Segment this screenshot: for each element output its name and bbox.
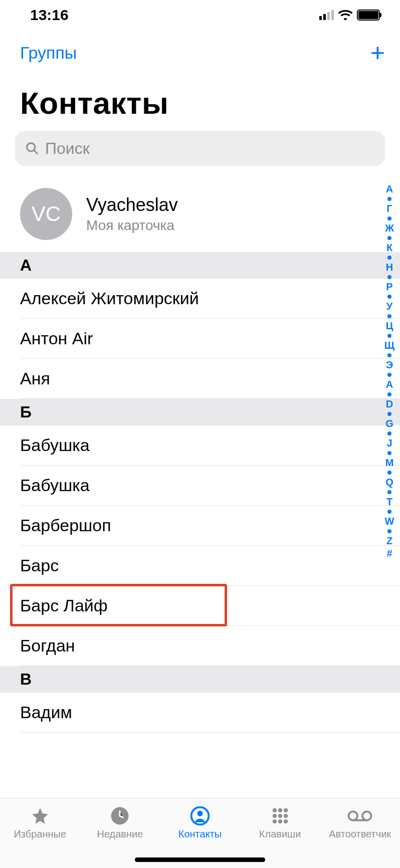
status-time: 13:16: [30, 7, 69, 24]
groups-button[interactable]: Группы: [20, 43, 77, 63]
tab-favorites[interactable]: Избранные: [0, 798, 80, 868]
index-dot[interactable]: [387, 197, 391, 201]
index-dot[interactable]: [387, 295, 391, 299]
search-placeholder: Поиск: [45, 139, 90, 158]
battery-icon: [357, 10, 380, 21]
index-letter[interactable]: T: [386, 496, 392, 508]
svg-point-14: [349, 811, 358, 820]
index-letter[interactable]: #: [386, 547, 392, 560]
svg-point-10: [284, 814, 288, 818]
index-letter[interactable]: Q: [385, 476, 393, 489]
index-letter[interactable]: К: [386, 242, 392, 254]
svg-point-11: [272, 819, 276, 823]
tab-label: Автоответчик: [329, 828, 391, 840]
contacts-list: ААлексей ЖитомирскийАнтон AirАняББабушка…: [0, 252, 400, 733]
search-input[interactable]: Поиск: [15, 131, 385, 166]
svg-line-1: [34, 150, 38, 154]
index-dot[interactable]: [387, 373, 391, 377]
index-dot[interactable]: [387, 490, 391, 494]
tab-label: Избранные: [14, 828, 66, 840]
index-letter[interactable]: А: [386, 183, 393, 195]
contact-row[interactable]: Барс: [20, 546, 400, 586]
my-card-subtitle: Моя карточка: [86, 218, 178, 234]
index-letter[interactable]: Z: [386, 535, 392, 547]
keypad-icon: [271, 805, 290, 826]
svg-point-8: [272, 814, 276, 818]
index-dot[interactable]: [387, 510, 391, 514]
contact-row[interactable]: Барбершоп: [20, 506, 400, 546]
index-dot[interactable]: [387, 216, 391, 221]
index-dot[interactable]: [387, 392, 391, 396]
index-letter[interactable]: J: [386, 437, 392, 450]
index-letter[interactable]: A: [386, 378, 393, 391]
index-letter[interactable]: D: [386, 398, 393, 410]
alphabet-index[interactable]: АГЖКНРУЦЩЭADGJMQTWZ#: [382, 183, 397, 783]
svg-point-5: [272, 808, 276, 812]
my-card-row[interactable]: VC Vyacheslav Моя карточка: [0, 176, 400, 252]
contact-row[interactable]: Богдан: [20, 626, 400, 666]
index-letter[interactable]: G: [385, 417, 393, 430]
svg-point-9: [278, 814, 282, 818]
cellular-signal-icon: [319, 10, 334, 20]
index-dot[interactable]: [387, 451, 391, 455]
status-indicators: [319, 10, 380, 21]
page-title: Контакты: [0, 70, 400, 131]
tab-label: Недавние: [97, 828, 143, 840]
index-letter[interactable]: Р: [386, 281, 392, 293]
avatar: VC: [20, 188, 72, 240]
index-letter[interactable]: M: [385, 457, 394, 469]
search-icon: [25, 141, 39, 155]
status-bar: 13:16: [0, 0, 400, 30]
my-card-name: Vyacheslav: [86, 194, 178, 215]
svg-point-6: [278, 808, 282, 812]
index-letter[interactable]: У: [386, 300, 392, 313]
contact-row[interactable]: Вадим: [20, 693, 400, 733]
contact-row[interactable]: Бабушка: [20, 466, 400, 506]
add-contact-button[interactable]: +: [370, 40, 385, 65]
index-dot[interactable]: [387, 471, 391, 475]
highlight-box: [10, 584, 227, 626]
tab-label: Клавиши: [259, 828, 301, 840]
index-dot[interactable]: [387, 334, 391, 338]
index-dot[interactable]: [387, 314, 391, 318]
index-dot[interactable]: [387, 275, 391, 279]
contact-row[interactable]: Алексей Житомирский: [20, 279, 400, 319]
contact-row[interactable]: Бабушка: [20, 425, 400, 466]
index-letter[interactable]: Г: [386, 202, 392, 215]
index-dot[interactable]: [387, 412, 391, 416]
index-letter[interactable]: Н: [386, 261, 393, 274]
svg-point-4: [197, 811, 203, 816]
section-header: А: [0, 252, 400, 279]
index-dot[interactable]: [387, 431, 391, 436]
svg-point-7: [284, 808, 288, 812]
index-letter[interactable]: W: [385, 515, 394, 528]
tab-voicemail[interactable]: Автоответчик: [320, 798, 400, 868]
home-indicator: [135, 857, 265, 862]
voicemail-icon: [347, 805, 372, 826]
index-letter[interactable]: Ж: [385, 222, 394, 235]
index-letter[interactable]: Щ: [384, 339, 394, 352]
index-dot[interactable]: [387, 236, 391, 240]
section-header: Б: [0, 399, 400, 425]
svg-point-13: [284, 819, 288, 823]
contact-icon: [190, 805, 210, 826]
star-icon: [30, 805, 50, 826]
nav-bar: Группы +: [0, 30, 400, 70]
index-dot[interactable]: [387, 529, 391, 533]
section-header: В: [0, 666, 400, 693]
contact-row[interactable]: Барс Лайф: [20, 586, 400, 626]
svg-point-12: [278, 819, 282, 823]
index-dot[interactable]: [387, 256, 391, 260]
index-letter[interactable]: Э: [386, 359, 393, 371]
contact-row[interactable]: Аня: [20, 359, 400, 399]
index-dot[interactable]: [387, 353, 391, 357]
wifi-icon: [338, 10, 353, 21]
tab-label: Контакты: [178, 828, 222, 840]
contact-row[interactable]: Антон Air: [20, 319, 400, 359]
clock-icon: [110, 805, 129, 826]
index-letter[interactable]: Ц: [386, 320, 393, 332]
svg-point-15: [362, 811, 371, 820]
